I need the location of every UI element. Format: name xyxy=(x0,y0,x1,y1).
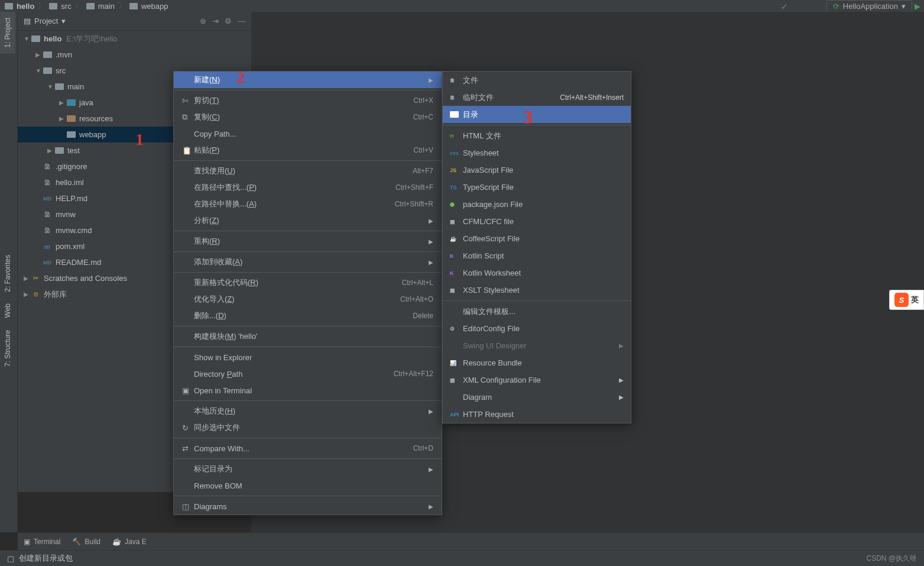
menu-item[interactable]: 在路径中替换...(A)Ctrl+Shift+R xyxy=(174,196,442,212)
menu-item[interactable]: 重构(R)▶ xyxy=(174,233,442,250)
menu-shortcut: Ctrl+Shift+F xyxy=(395,183,433,192)
menu-label: Compare With... xyxy=(194,444,413,453)
ime-indicator[interactable]: S 英 xyxy=(889,290,924,310)
menu-item[interactable]: 分析(Z)▶ xyxy=(174,212,442,229)
submenu-item[interactable]: HHTML 文件 xyxy=(443,127,631,144)
submenu-item[interactable]: 🗎文件 xyxy=(443,72,631,89)
play-icon[interactable]: ▶ xyxy=(915,2,920,11)
minimize-icon[interactable]: — xyxy=(238,17,245,25)
breadcrumb-src[interactable]: src xyxy=(61,2,71,11)
menu-item[interactable]: ✄剪切(T)Ctrl+X xyxy=(174,92,442,109)
bottom-tab-terminal[interactable]: ▣Terminal xyxy=(24,538,60,546)
tree-item--mvn[interactable]: .mvn xyxy=(18,47,251,63)
submenu-label: 临时文件 xyxy=(463,92,494,103)
run-configuration-dropdown[interactable]: ⟳ HelloApplication ▾ xyxy=(826,0,912,12)
submenu-item[interactable]: KKotlin Script xyxy=(443,247,631,264)
coffee-icon: ☕ xyxy=(450,236,463,242)
expand-arrow-icon[interactable] xyxy=(47,147,54,154)
expand-arrow-icon[interactable] xyxy=(59,99,66,106)
folder-icon xyxy=(67,131,76,138)
menu-item[interactable]: 本地历史(H)▶ xyxy=(174,403,442,419)
menu-item[interactable]: 添加到收藏(A)▶ xyxy=(174,254,442,270)
submenu-item[interactable]: JSJavaScript File xyxy=(443,161,631,179)
menu-shortcut: Ctrl+Alt+L xyxy=(402,279,433,287)
menu-item[interactable]: Show in Explorer xyxy=(174,349,442,366)
menu-label: 重新格式化代码(R) xyxy=(194,277,402,288)
submenu-item[interactable]: 🗎临时文件Ctrl+Alt+Shift+Insert xyxy=(443,89,631,106)
submenu-item[interactable]: ▦XML Configuration File▶ xyxy=(443,371,631,389)
submenu-item[interactable]: TSTypeScript File xyxy=(443,179,631,196)
menu-item[interactable]: 优化导入(Z)Ctrl+Alt+O xyxy=(174,291,442,308)
submenu-item[interactable]: cssStylesheet xyxy=(443,144,631,161)
folder-icon xyxy=(49,3,57,9)
expand-arrow-icon[interactable] xyxy=(47,83,54,90)
menu-item[interactable]: ↻同步选中文件 xyxy=(174,419,442,436)
menu-item[interactable]: ◫Diagrams▶ xyxy=(174,498,442,515)
menu-item[interactable]: Directory PathCtrl+Alt+F12 xyxy=(174,366,442,382)
submenu-item[interactable]: 📊Resource Bundle xyxy=(443,354,631,371)
folder-icon xyxy=(55,147,64,154)
menu-item[interactable]: Remove BOM xyxy=(174,477,442,494)
tab-project[interactable]: 1: Project xyxy=(0,12,15,54)
tab-structure[interactable]: 7: Structure xyxy=(0,324,15,373)
menu-item[interactable]: 标记目录为▶ xyxy=(174,461,442,477)
tree-label: .mvn xyxy=(56,50,72,59)
expand-arrow-icon[interactable] xyxy=(24,35,31,42)
breadcrumb-main[interactable]: main xyxy=(98,2,115,11)
tree-root[interactable]: hello E:\学习吧\hello xyxy=(18,31,251,47)
menu-item[interactable]: ⧉复制(C)Ctrl+C xyxy=(174,109,442,125)
tree-label: HELP.md xyxy=(56,194,87,203)
menu-item[interactable]: Copy Path... xyxy=(174,125,442,142)
project-title[interactable]: Project xyxy=(34,17,58,25)
tree-label: pom.xml xyxy=(56,242,85,251)
menu-item[interactable]: 查找使用(U)Alt+F7 xyxy=(174,163,442,179)
menu-item[interactable]: ⇄Compare With...Ctrl+D xyxy=(174,440,442,457)
project-panel-header: ▤ Project ▾ ⊕ ⇥ ⚙ — xyxy=(18,12,251,31)
menu-shortcut: Ctrl+Alt+F12 xyxy=(394,370,433,378)
menu-label: 剪切(T) xyxy=(194,95,413,106)
bottom-tab-build[interactable]: 🔨Build xyxy=(72,538,100,546)
menu-label: Directory Path xyxy=(194,370,394,379)
menu-item[interactable]: 新建(N)▶ xyxy=(174,72,442,88)
breadcrumb-webapp[interactable]: webapp xyxy=(141,2,168,11)
expand-arrow-icon[interactable] xyxy=(35,51,43,58)
submenu-item[interactable]: 编辑文件模板... xyxy=(443,303,631,320)
file-icon: 🗎 xyxy=(450,77,463,83)
tab-web[interactable]: Web xyxy=(0,297,15,324)
submenu-label: XSLT Stylesheet xyxy=(463,286,520,295)
expand-arrow-icon[interactable] xyxy=(59,115,66,122)
breadcrumb-hello[interactable]: hello xyxy=(17,2,34,11)
xml-icon: ▦ xyxy=(450,377,463,383)
tab-favorites[interactable]: 2: Favorites xyxy=(0,249,15,298)
tree-label: resources xyxy=(79,114,113,123)
submenu-item[interactable]: ⚙EditorConfig File xyxy=(443,320,631,337)
menu-label: 粘贴(P) xyxy=(194,145,413,156)
css-icon: css xyxy=(450,150,463,156)
annotation-1: 1 xyxy=(135,130,144,149)
menu-separator xyxy=(174,400,442,401)
locate-icon[interactable]: ⊕ xyxy=(200,17,206,25)
file-icon: 🗎 xyxy=(44,162,51,171)
tree-label: hello.iml xyxy=(56,178,84,187)
cfc-icon: ▦ xyxy=(450,219,463,225)
menu-item[interactable]: 重新格式化代码(R)Ctrl+Alt+L xyxy=(174,274,442,291)
scratches-icon: ✂ xyxy=(31,274,40,283)
menu-item[interactable]: 删除...(D)Delete xyxy=(174,308,442,324)
submenu-item[interactable]: ☕CoffeeScript File xyxy=(443,230,631,247)
submenu-item[interactable]: ▦CFML/CFC file xyxy=(443,213,631,230)
expand-arrow-icon[interactable] xyxy=(35,67,43,74)
submenu-item[interactable]: ⬢package.json File xyxy=(443,196,631,213)
submenu-item[interactable]: 目录 xyxy=(443,106,631,123)
bottom-tab-java-e[interactable]: ☕Java E xyxy=(112,538,147,546)
gear-icon[interactable]: ⚙ xyxy=(225,17,232,25)
menu-item[interactable]: 构建模块(M) 'hello' xyxy=(174,328,442,345)
menu-separator xyxy=(174,251,442,252)
menu-item[interactable]: 📋粘贴(P)Ctrl+V xyxy=(174,142,442,159)
menu-item[interactable]: 在路径中查找...(P)Ctrl+Shift+F xyxy=(174,179,442,196)
submenu-item[interactable]: APIHTTP Request xyxy=(443,406,631,423)
menu-item[interactable]: ▣Open in Terminal xyxy=(174,382,442,399)
collapse-icon[interactable]: ⇥ xyxy=(212,17,219,25)
submenu-item[interactable]: KKotlin Worksheet xyxy=(443,264,631,282)
submenu-item[interactable]: Diagram▶ xyxy=(443,389,631,406)
submenu-item[interactable]: ▦XSLT Stylesheet xyxy=(443,282,631,299)
